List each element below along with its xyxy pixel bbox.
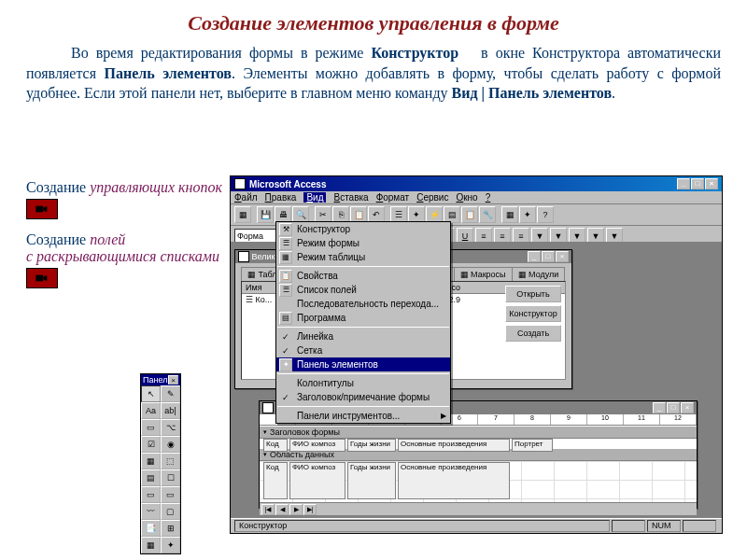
form-icon bbox=[262, 402, 274, 413]
access-window: Microsoft Access _ □ × ФайлПравкаВидВста… bbox=[230, 175, 723, 534]
menu-item[interactable]: ▤Программа bbox=[276, 311, 450, 325]
menu-item[interactable]: ✓Линейка bbox=[276, 329, 450, 343]
form-max[interactable]: □ bbox=[667, 402, 680, 413]
db-min[interactable]: _ bbox=[528, 251, 541, 262]
menu-item[interactable]: Последовательность перехода... bbox=[276, 297, 450, 311]
toolbox-tool-7[interactable]: ◉ bbox=[161, 436, 180, 453]
link-buttons[interactable]: Создание управляющих кнопок bbox=[26, 179, 222, 196]
statusbar: Конструктор NUM bbox=[231, 518, 722, 533]
app-titlebar[interactable]: Microsoft Access _ □ × bbox=[231, 176, 722, 191]
db-max[interactable]: □ bbox=[542, 251, 555, 262]
menu-separator bbox=[277, 327, 449, 328]
view-menu-dropdown[interactable]: ⚒Конструктор☰Режим формы▦Режим таблицы📋С… bbox=[275, 221, 451, 424]
toolbox-tool-15[interactable]: ▢ bbox=[161, 503, 180, 520]
menu-item[interactable]: Колонтитулы bbox=[276, 376, 450, 390]
toolbox-tool-10[interactable]: ▤ bbox=[141, 469, 161, 486]
menu-separator bbox=[277, 406, 449, 407]
form-close[interactable]: × bbox=[681, 402, 694, 413]
toolbox-tool-5[interactable]: ⌥ bbox=[161, 419, 180, 436]
toolbox-tool-3[interactable]: ab| bbox=[161, 402, 180, 419]
nav-first[interactable]: |◀ bbox=[261, 504, 275, 515]
menu-item[interactable]: Панели инструментов...▶ bbox=[276, 409, 450, 423]
db-tab[interactable]: ▦ Модули bbox=[512, 267, 566, 281]
toolbox-title[interactable]: Панел × bbox=[141, 374, 180, 385]
menu-Вставка[interactable]: Вставка bbox=[333, 192, 368, 203]
toolbox-tool-12[interactable]: ▭ bbox=[141, 486, 161, 503]
toolbox-tool-18[interactable]: ▦ bbox=[141, 537, 161, 553]
menu-Окно[interactable]: Окно bbox=[456, 192, 477, 203]
menu-separator bbox=[277, 373, 449, 374]
toolbox-tool-19[interactable]: ✦ bbox=[161, 537, 180, 553]
toolbox-tool-4[interactable]: ▭ bbox=[141, 419, 161, 436]
toolbox-tool-6[interactable]: ☑ bbox=[141, 436, 161, 453]
db-icon bbox=[238, 251, 249, 262]
menu-item[interactable]: ▦Режим таблицы bbox=[276, 250, 450, 264]
form-header-grid[interactable]: Код ФИО композ Годы жизни Основные произ… bbox=[260, 439, 697, 448]
toolbox-tool-9[interactable]: ⬚ bbox=[161, 453, 180, 469]
toolbox-palette[interactable]: Панел × ↖✎Aaab|▭⌥☑◉▦⬚▤☐▭▭〰▢📑⊞▦✦ bbox=[140, 373, 181, 554]
menu-separator bbox=[277, 266, 449, 267]
menu-Вид[interactable]: Вид bbox=[303, 192, 326, 203]
db-design-button[interactable]: Конструктор bbox=[505, 305, 561, 322]
menu-Файл[interactable]: Файл bbox=[234, 192, 258, 203]
view-button[interactable]: ▦ bbox=[234, 206, 251, 223]
menu-Формат[interactable]: Формат bbox=[376, 192, 410, 203]
help-button[interactable]: ? bbox=[537, 206, 554, 223]
nav-last[interactable]: ▶| bbox=[303, 504, 317, 515]
link-combobox[interactable]: Создание полей с раскрывающимися спискам… bbox=[26, 231, 222, 265]
menu-item[interactable]: ✓Сетка bbox=[276, 343, 450, 357]
toolbox-tool-11[interactable]: ☐ bbox=[161, 469, 180, 486]
form-detail-grid[interactable]: Код ФИО композ Годы жизни Основные произ… bbox=[260, 461, 697, 502]
toolbox-tool-14[interactable]: 〰 bbox=[141, 503, 161, 520]
menu-item[interactable]: ✦Панель элементов bbox=[276, 357, 450, 371]
toolbox-tool-13[interactable]: ▭ bbox=[161, 486, 180, 503]
menu-Правка[interactable]: Правка bbox=[265, 192, 297, 203]
slide-paragraph: Во время редактирования формы в режиме К… bbox=[26, 43, 721, 104]
db-new-button[interactable]: Создать bbox=[505, 325, 561, 342]
section-header[interactable]: ▾Заголовок формы bbox=[260, 426, 697, 439]
app-title: Microsoft Access bbox=[249, 179, 326, 189]
side-links: Создание управляющих кнопок Создание пол… bbox=[26, 179, 222, 291]
form-min[interactable]: _ bbox=[653, 402, 666, 413]
app-icon bbox=[234, 178, 246, 189]
toolbox-tool-0[interactable]: ↖ bbox=[141, 385, 161, 402]
menu-Сервис[interactable]: Сервис bbox=[416, 192, 448, 203]
maximize-button[interactable]: □ bbox=[691, 178, 704, 189]
toolbox-tool-8[interactable]: ▦ bbox=[141, 453, 161, 469]
props-button[interactable]: 📋 bbox=[461, 206, 478, 223]
menu-item[interactable]: ✓Заголовок/примечание формы bbox=[276, 390, 450, 404]
close-button[interactable]: × bbox=[705, 178, 718, 189]
menu-item[interactable]: ☰Режим формы bbox=[276, 236, 450, 250]
db-tab[interactable]: ▦ Макросы bbox=[454, 267, 513, 281]
toolbox-tool-1[interactable]: ✎ bbox=[161, 385, 180, 402]
menu-?[interactable]: ? bbox=[486, 192, 491, 203]
dbwin-button[interactable]: ▦ bbox=[501, 206, 518, 223]
svg-rect-0 bbox=[35, 206, 43, 213]
db-open-button[interactable]: Открыть bbox=[505, 286, 561, 302]
record-navigator[interactable]: |◀ ◀ ▶ ▶| bbox=[260, 502, 697, 515]
video-icon-1[interactable] bbox=[26, 199, 58, 219]
video-icon-2[interactable] bbox=[26, 268, 58, 288]
toolbox-tool-2[interactable]: Aa bbox=[141, 402, 161, 419]
toolbox-tool-16[interactable]: 📑 bbox=[141, 520, 161, 537]
close-icon[interactable]: × bbox=[168, 375, 178, 385]
minimize-button[interactable]: _ bbox=[677, 178, 690, 189]
menu-item[interactable]: 📋Свойства bbox=[276, 269, 450, 283]
svg-marker-1 bbox=[43, 206, 47, 213]
newobj-button[interactable]: ✦ bbox=[519, 206, 536, 223]
save-button[interactable]: 💾 bbox=[257, 206, 274, 223]
slide-title: Создание элементов управления в форме bbox=[26, 11, 721, 35]
nav-next[interactable]: ▶ bbox=[289, 504, 303, 515]
svg-rect-2 bbox=[35, 275, 43, 282]
svg-marker-3 bbox=[43, 275, 47, 282]
menubar[interactable]: ФайлПравкаВидВставкаФорматСервисОкно? bbox=[231, 191, 722, 204]
nav-prev[interactable]: ◀ bbox=[275, 504, 289, 515]
menu-item[interactable]: ☰Список полей bbox=[276, 283, 450, 297]
toolbox-tool-17[interactable]: ⊞ bbox=[161, 520, 180, 537]
db-close[interactable]: × bbox=[556, 251, 569, 262]
menu-item[interactable]: ⚒Конструктор bbox=[276, 222, 450, 236]
build-button[interactable]: 🔧 bbox=[479, 206, 496, 223]
